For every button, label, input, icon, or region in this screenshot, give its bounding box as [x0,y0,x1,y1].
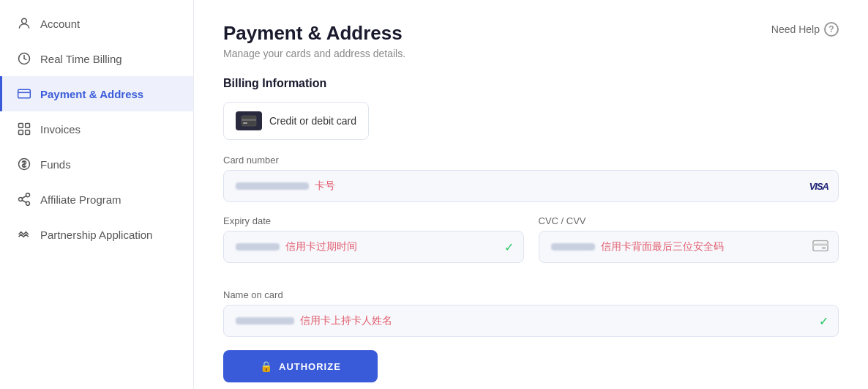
sidebar-item-payment-address[interactable]: Payment & Address [0,76,193,111]
sidebar-item-affiliate-program[interactable]: Affiliate Program [0,182,193,217]
need-help-label: Need Help [771,23,820,35]
authorize-button-label: AUTHORIZE [279,361,341,372]
svg-rect-16 [243,122,247,124]
expiry-blur [236,243,280,251]
expiry-cvc-row: Expiry date 信用卡过期时间 ✓ CVC / CVV 信用卡背面最后三… [223,215,839,276]
sidebar-item-real-time-billing[interactable]: Real Time Billing [0,41,193,76]
sidebar-item-partnership-application[interactable]: Partnership Application [0,217,193,252]
person-icon [17,16,31,31]
sidebar-item-account[interactable]: Account [0,6,193,41]
sidebar-item-account-label: Account [40,18,80,30]
sidebar-item-funds-label: Funds [40,158,71,171]
card-number-field-wrapper: Card number 卡号 VISA [223,155,839,202]
cvc-field-wrapper: CVC / CVV 信用卡背面最后三位安全码 [539,215,839,276]
sidebar-item-invoices[interactable]: Invoices [0,111,193,147]
name-check-icon: ✓ [819,314,828,328]
name-wrapper: 信用卡上持卡人姓名 ✓ [223,305,839,337]
svg-rect-5 [26,124,30,128]
svg-rect-4 [19,124,23,128]
card-selector[interactable]: Credit or debit card [223,102,369,140]
sidebar-item-affiliate-program-label: Affiliate Program [40,193,121,206]
svg-rect-15 [242,119,256,121]
card-number-input[interactable]: 卡号 [223,170,839,202]
svg-rect-2 [18,89,31,98]
sidebar-item-invoices-label: Invoices [40,123,81,136]
grid-icon [17,122,31,136]
sidebar-item-funds[interactable]: Funds [0,147,193,182]
svg-rect-6 [19,130,23,135]
billing-section-title: Billing Information [223,77,839,90]
card-number-label: Card number [223,155,839,166]
svg-rect-7 [26,130,30,135]
share-icon [17,192,31,207]
svg-rect-19 [822,248,826,249]
circle-dollar-icon [17,157,31,171]
svg-point-10 [19,198,23,201]
authorize-button[interactable]: 🔒 AUTHORIZE [223,350,378,382]
lock-icon: 🔒 [260,360,273,372]
sidebar-item-payment-address-label: Payment & Address [40,88,143,100]
card-number-blur [236,182,309,190]
expiry-label: Expiry date [223,215,524,226]
card-number-wrapper: 卡号 VISA [223,170,839,202]
main-header: Payment & Address Manage your cards and … [223,22,839,59]
expiry-placeholder: 信用卡过期时间 [285,240,357,253]
cvc-label: CVC / CVV [539,215,839,226]
credit-card-icon [241,115,257,127]
svg-point-0 [22,18,27,23]
expiry-check-icon: ✓ [504,240,514,254]
svg-point-11 [26,201,30,205]
cvc-blur [551,243,595,251]
title-block: Payment & Address Manage your cards and … [223,22,405,59]
handshake-icon [17,227,31,242]
cvc-placeholder: 信用卡背面最后三位安全码 [601,240,724,253]
cvc-input[interactable]: 信用卡背面最后三位安全码 [539,231,839,263]
help-icon: ? [824,22,839,37]
card-selector-label: Credit or debit card [269,115,356,127]
need-help-button[interactable]: Need Help ? [771,22,839,37]
name-field-wrapper: Name on card 信用卡上持卡人姓名 ✓ [223,289,839,337]
svg-rect-18 [813,244,828,246]
page-title: Payment & Address [223,22,405,45]
expiry-wrapper: 信用卡过期时间 ✓ [223,231,524,263]
card-icon-box [236,111,262,130]
name-placeholder: 信用卡上持卡人姓名 [300,314,392,327]
name-input[interactable]: 信用卡上持卡人姓名 [223,305,839,337]
name-label: Name on card [223,289,839,300]
cvc-card-icon [812,240,828,254]
svg-line-13 [22,196,26,198]
expiry-input[interactable]: 信用卡过期时间 [223,231,524,263]
sidebar-item-partnership-application-label: Partnership Application [40,229,152,241]
sidebar-item-real-time-billing-label: Real Time Billing [40,53,122,65]
main-content: Payment & Address Manage your cards and … [194,0,868,389]
svg-point-9 [26,193,30,197]
visa-badge: VISA [809,181,828,192]
clock-icon [17,51,31,66]
card-icon [17,86,31,101]
name-blur [236,317,294,325]
sidebar: Account Real Time Billing Payment & Addr… [0,0,194,389]
svg-line-12 [22,200,26,202]
expiry-field-wrapper: Expiry date 信用卡过期时间 ✓ [223,215,524,276]
card-number-placeholder: 卡号 [315,179,335,193]
page-subtitle: Manage your cards and address details. [223,48,405,59]
cvc-wrapper: 信用卡背面最后三位安全码 [539,231,839,263]
